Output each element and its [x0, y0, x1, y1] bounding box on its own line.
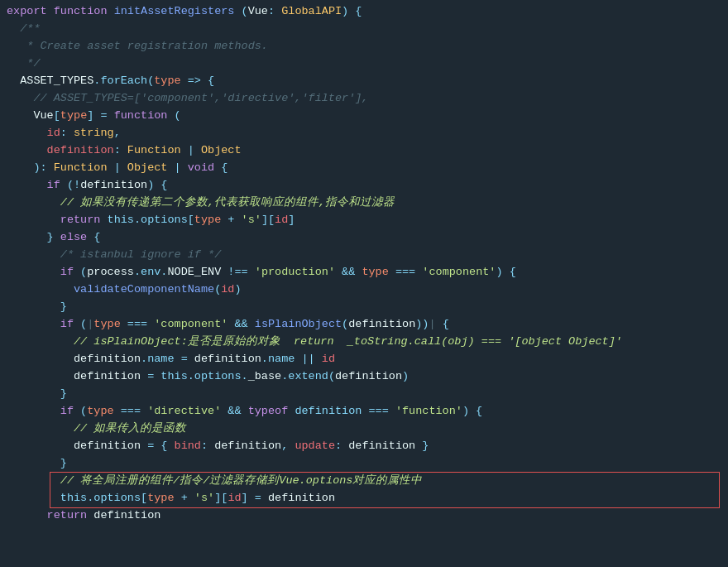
token — [7, 177, 47, 195]
token: id — [221, 281, 234, 299]
token: definition — [268, 490, 335, 507]
token: ][ — [214, 490, 228, 507]
token: if — [60, 264, 74, 281]
token: : — [114, 142, 127, 160]
token: : — [201, 438, 214, 455]
token: type — [362, 264, 388, 281]
token: = { — [141, 438, 175, 455]
token: this — [160, 368, 187, 386]
token — [7, 351, 74, 368]
token: type — [194, 212, 221, 229]
token — [7, 368, 74, 386]
token — [7, 212, 60, 229]
token: ( — [74, 316, 87, 334]
token: .env. — [134, 264, 168, 281]
token — [7, 281, 74, 299]
code-line: id: string, — [0, 125, 728, 142]
token — [7, 420, 74, 438]
code-line: export function initAssetRegisters (Vue:… — [0, 3, 728, 21]
token: id — [47, 125, 60, 142]
code-line: definition = this.options._base.extend(d… — [0, 368, 728, 386]
token: definition — [348, 316, 415, 334]
token: definition — [74, 368, 141, 386]
code-line: * Create asset registration methods. — [0, 38, 728, 55]
token: return — [60, 212, 101, 229]
token: (! — [60, 177, 80, 195]
token: ][ — [261, 212, 275, 229]
token: NODE_ENV — [167, 264, 221, 281]
token — [7, 490, 60, 507]
token: update — [295, 438, 335, 455]
token: + — [221, 212, 241, 229]
token: type — [147, 490, 174, 507]
code-line: // 将全局注册的组件/指令/过滤器存储到Vue.options对应的属性中 — [0, 473, 728, 490]
code-line: if (process.env.NODE_ENV !== 'production… — [0, 264, 728, 281]
code-line: // isPlainObject:是否是原始的对象 return _toStri… — [0, 334, 728, 351]
token: } — [7, 386, 67, 403]
token: } — [7, 299, 67, 316]
token: string — [74, 125, 114, 142]
token: !== — [221, 264, 255, 281]
token: _base — [248, 368, 282, 386]
token: definition — [74, 438, 141, 455]
token: && — [228, 316, 254, 334]
token — [7, 108, 33, 125]
token: definition — [74, 351, 141, 368]
token: type — [60, 108, 87, 125]
token: if — [60, 316, 74, 334]
token: .extend( — [281, 368, 335, 386]
code-container: export function initAssetRegisters (Vue:… — [0, 0, 728, 567]
code-line: ASSET_TYPES.forEach(type => { — [0, 73, 728, 90]
token: === — [114, 403, 148, 420]
token: && — [335, 264, 362, 281]
token: ) { — [147, 177, 167, 195]
token: 's' — [242, 212, 261, 229]
token: this — [60, 490, 87, 507]
token: if — [60, 403, 74, 420]
token: ] — [288, 212, 295, 229]
token — [7, 334, 74, 351]
code-line: /* istanbul ignore if */ — [0, 247, 728, 264]
token — [7, 403, 60, 420]
token: typeof — [248, 403, 289, 420]
token: 'production' — [255, 264, 335, 281]
token: else — [60, 229, 87, 247]
token: if — [47, 177, 60, 195]
token: validateComponentName — [74, 281, 214, 299]
token: , — [114, 125, 121, 142]
token: ) — [234, 281, 241, 299]
token: | — [108, 160, 127, 177]
token: | — [429, 316, 435, 334]
token: ): — [33, 160, 53, 177]
token: : — [335, 438, 348, 455]
token: Object — [201, 142, 242, 160]
token: } — [47, 229, 60, 247]
token: /** — [7, 21, 41, 38]
token: type — [93, 316, 120, 334]
token: .options[ — [87, 490, 147, 507]
token — [7, 160, 33, 177]
token: definition — [87, 507, 160, 525]
token: ] = — [87, 108, 113, 125]
token: ] = — [242, 490, 268, 507]
token: ) — [402, 368, 409, 386]
token: Function — [54, 160, 108, 177]
token: /* istanbul ignore if */ — [60, 247, 221, 264]
token: ( — [342, 316, 348, 334]
token: | — [87, 316, 93, 334]
token: [ — [54, 108, 60, 125]
token: && — [221, 403, 247, 420]
token: bind — [175, 438, 201, 455]
token: 'component' — [422, 264, 496, 281]
token — [7, 473, 60, 490]
token: { — [436, 316, 449, 334]
token: id — [322, 351, 335, 368]
token: === — [121, 316, 155, 334]
token: Function — [127, 142, 181, 160]
token — [7, 229, 47, 247]
token: id — [228, 490, 241, 507]
token — [100, 212, 107, 229]
token: ( — [167, 108, 180, 125]
token: function — [114, 108, 168, 125]
token: .options[ — [134, 212, 194, 229]
